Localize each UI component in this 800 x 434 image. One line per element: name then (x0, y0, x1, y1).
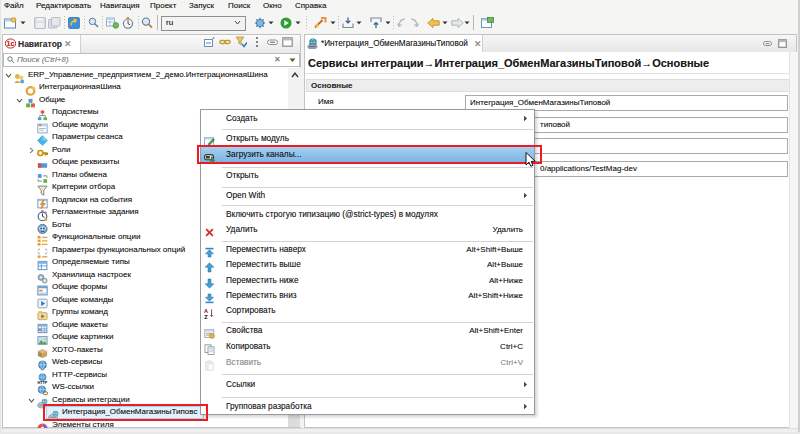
svg-text:1с: 1с (7, 40, 15, 47)
svg-text:Z: Z (204, 313, 208, 318)
